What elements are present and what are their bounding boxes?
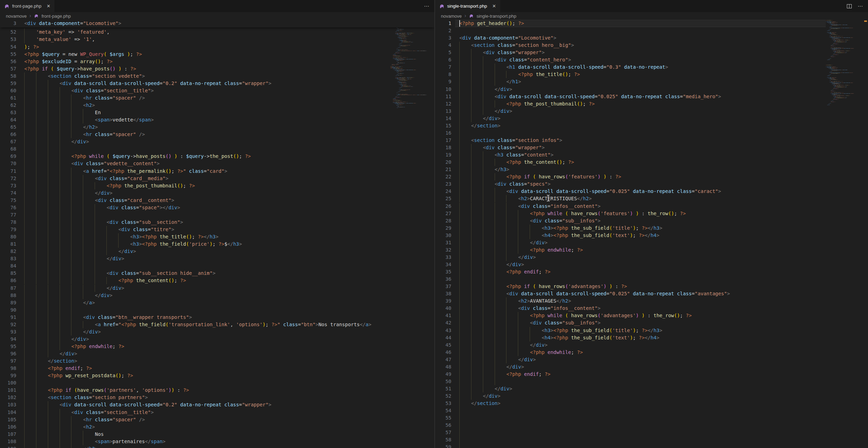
line-number[interactable]: 59	[0, 80, 16, 87]
line-number[interactable]: 42	[435, 319, 451, 327]
line-number[interactable]: 90	[0, 306, 16, 314]
code-line-37[interactable]: 37 <?php if ( have_rows('advantages') ) …	[435, 283, 868, 290]
more-actions-icon[interactable]: ⋯	[424, 3, 429, 9]
line-number[interactable]: 69	[0, 153, 16, 160]
line-number[interactable]: 32	[435, 246, 451, 254]
line-number[interactable]: 70	[0, 160, 16, 167]
line-number[interactable]: 44	[435, 334, 451, 341]
line-number[interactable]: 74	[0, 189, 16, 197]
code-line-17[interactable]: 17 <section class="section infos">	[435, 137, 868, 144]
line-number[interactable]: 5	[435, 49, 451, 56]
line-number[interactable]: 55	[435, 414, 451, 422]
code-line-94[interactable]: 94 </div>	[0, 336, 434, 343]
line-number[interactable]: 66	[0, 131, 16, 138]
code-line-59[interactable]: 59 <div data-scroll data-scroll-speed="0…	[0, 80, 434, 87]
line-number[interactable]: 14	[435, 115, 451, 122]
line-number[interactable]: 4	[435, 42, 451, 49]
code-line-24[interactable]: 24 <div data-scroll data-scroll-speed="0…	[435, 188, 868, 195]
line-number[interactable]: 72	[0, 175, 16, 182]
code-line-23[interactable]: 23 <div class="specs">	[435, 180, 868, 188]
code-line-79[interactable]: 79 <div class="titre">	[0, 226, 434, 233]
line-number[interactable]: 26	[435, 203, 451, 210]
line-number[interactable]: 94	[0, 336, 16, 343]
code-line-7[interactable]: 7 <h1 data-scroll data-scroll-speed="0.3…	[435, 64, 868, 71]
code-line-52[interactable]: 52 </div>	[435, 392, 868, 400]
code-line-25[interactable]: 25 <h2>CARACTERISTIQUES</h2>	[435, 195, 868, 202]
line-number[interactable]: 97	[0, 357, 16, 365]
minimap[interactable]: 'meta_key' => 'featured', 'meta_value' =…	[390, 20, 428, 448]
line-number[interactable]: 20	[435, 159, 451, 166]
code-line-83[interactable]: 83 </div>	[0, 255, 434, 262]
line-number[interactable]: 58	[435, 436, 451, 443]
sticky-scroll-line[interactable]: 3<div data-component="Locomotive">	[0, 20, 434, 27]
overview-ruler[interactable]	[428, 20, 434, 448]
line-number[interactable]: 54	[435, 407, 451, 414]
line-number[interactable]: 108	[0, 438, 16, 445]
line-number[interactable]: 39	[435, 297, 451, 305]
code-line-102[interactable]: 102 <section class="section partners">	[0, 394, 434, 401]
line-number[interactable]: 81	[0, 240, 16, 248]
code-line-14[interactable]: 14 </div>	[435, 115, 868, 122]
line-number[interactable]: 57	[435, 429, 451, 436]
line-number[interactable]: 23	[435, 180, 451, 188]
line-number[interactable]: 2	[435, 27, 451, 34]
code-line-59[interactable]: 59	[435, 443, 868, 448]
code-line-42[interactable]: 42 <div class="sub__infos">	[435, 319, 868, 327]
line-number[interactable]: 85	[0, 270, 16, 277]
line-number[interactable]: 87	[0, 285, 16, 292]
line-number[interactable]: 86	[0, 277, 16, 284]
code-line-90[interactable]: 90	[0, 306, 434, 314]
code-line-69[interactable]: 69 <?php while ( $query->have_posts() ) …	[0, 153, 434, 160]
code-line-52[interactable]: 52 'meta_key' => 'featured',	[0, 28, 434, 36]
line-number[interactable]: 47	[435, 356, 451, 363]
line-number[interactable]: 9	[435, 78, 451, 85]
code-line-62[interactable]: 62 <h2>	[0, 102, 434, 109]
line-number[interactable]: 88	[0, 292, 16, 299]
code-line-64[interactable]: 64 <span>vedette</span>	[0, 116, 434, 124]
code-line-19[interactable]: 19 <h3 class="content">	[435, 151, 868, 159]
line-number[interactable]: 73	[0, 182, 16, 189]
line-number[interactable]: 93	[0, 328, 16, 336]
line-number[interactable]: 22	[435, 173, 451, 180]
line-number[interactable]: 6	[435, 56, 451, 64]
line-number[interactable]: 65	[0, 124, 16, 131]
line-number[interactable]: 34	[435, 261, 451, 268]
code-line-29[interactable]: 29 <h3><?php the_sub_field('title'); ?><…	[435, 225, 868, 232]
line-number[interactable]: 17	[435, 137, 451, 144]
breadcrumb-file[interactable]: single-transport.php	[477, 14, 517, 19]
code-line-3[interactable]: 3<div data-component="Locomotive">	[435, 34, 868, 42]
line-number[interactable]: 53	[0, 36, 16, 43]
code-line-103[interactable]: 103 <div data-scroll data-scroll-speed="…	[0, 401, 434, 408]
code-line-76[interactable]: 76 <div class="space"></div>	[0, 204, 434, 211]
line-number[interactable]: 45	[435, 341, 451, 349]
line-number[interactable]: 62	[0, 102, 16, 109]
line-number[interactable]: 101	[0, 387, 16, 394]
code-line-101[interactable]: 101 <?php if (have_rows('partners', 'opt…	[0, 387, 434, 394]
line-number[interactable]: 95	[0, 343, 16, 350]
code-line-96[interactable]: 96 </div>	[0, 350, 434, 357]
line-number[interactable]: 13	[435, 108, 451, 115]
code-line-49[interactable]: 49 <?php endif; ?>	[435, 371, 868, 378]
close-icon[interactable]: ✕	[47, 3, 51, 9]
line-number[interactable]: 49	[435, 371, 451, 378]
code-line-15[interactable]: 15 </section>	[435, 122, 868, 129]
close-icon[interactable]: ✕	[492, 3, 496, 9]
code-line-1[interactable]: 1<?php get_header(); ?>	[435, 20, 868, 27]
code-line-28[interactable]: 28 <div class="sub__infos">	[435, 217, 868, 225]
code-line-104[interactable]: 104 <div class="section__title">	[0, 409, 434, 416]
line-number[interactable]: 30	[435, 232, 451, 239]
breadcrumb-folder[interactable]: novamove	[441, 14, 462, 19]
code-line-58[interactable]: 58	[435, 436, 868, 443]
code-line-55[interactable]: 55<?php $query = new WP_Query( $args ); …	[0, 51, 434, 58]
line-number[interactable]: 28	[435, 217, 451, 225]
line-number[interactable]: 71	[0, 168, 16, 175]
code-line-46[interactable]: 46 <?php endwhile; ?>	[435, 349, 868, 356]
line-number[interactable]: 79	[0, 226, 16, 233]
line-number[interactable]: 43	[435, 327, 451, 334]
code-line-98[interactable]: 98 <?php endif; ?>	[0, 365, 434, 372]
code-line-58[interactable]: 58 <section class="section vedette">	[0, 73, 434, 80]
line-number[interactable]: 96	[0, 350, 16, 357]
code-line-105[interactable]: 105 <hr class="spacer" />	[0, 416, 434, 423]
code-line-13[interactable]: 13 </div>	[435, 108, 868, 115]
code-line-89[interactable]: 89 </a>	[0, 299, 434, 306]
